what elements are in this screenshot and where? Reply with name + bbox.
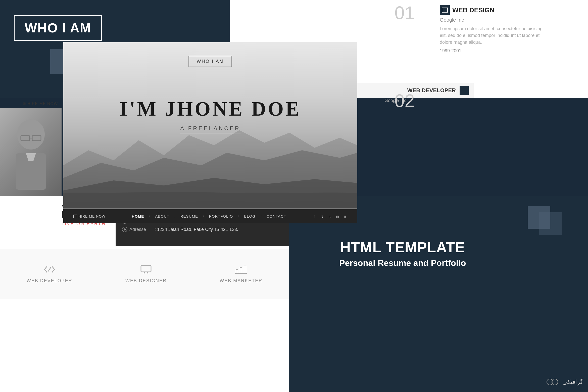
person-photo <box>0 108 62 196</box>
work-title-01: WEB DESIGN <box>452 6 495 14</box>
who-i-am-topleft-box: WHO I AM <box>14 15 102 41</box>
who-i-am-topleft-label: WHO I AM <box>25 21 91 35</box>
skill-item-marketer: WEB MARKETER <box>220 264 262 283</box>
svg-rect-7 <box>141 265 151 272</box>
nav-hire-btn[interactable]: HIRE ME NOW <box>73 214 105 218</box>
number-01: 01 <box>395 3 415 23</box>
nav-sep-5: / <box>261 214 262 218</box>
nav-sep-1: / <box>149 214 150 218</box>
brand-icon <box>545 377 560 387</box>
code-icon <box>43 264 56 274</box>
address-icon: ⊛ <box>122 227 127 232</box>
nav-link-contact[interactable]: CONTACT <box>267 214 286 218</box>
work-company-01: Google Inc <box>440 17 550 23</box>
svg-rect-11 <box>236 269 238 273</box>
hire-me-mid-label: ✉ HIRE ME NOW <box>22 101 58 106</box>
nav-sep-3: / <box>203 214 204 218</box>
svg-line-6 <box>48 267 51 271</box>
deco-square-4 <box>539 212 562 235</box>
main-heading-text: I'M JHONE DOE <box>120 98 301 120</box>
nav-link-portfolio[interactable]: PORTFOLIO <box>209 214 233 218</box>
brand-logo: گرافیکی <box>545 377 583 387</box>
work-dates-01: 1999-2001 <box>440 48 550 54</box>
skill-label-designer: WEB DESIGNER <box>125 278 167 283</box>
html-template-title: HTML TEMPLATE <box>339 239 466 256</box>
skill-item-developer: WEB DEVELOPER <box>27 264 72 283</box>
nav-sep-2: / <box>174 214 175 218</box>
main-heading: I'M JHONE DOE <box>120 97 301 120</box>
work-icon-01 <box>440 5 450 15</box>
nav-link-about[interactable]: ABOUT <box>155 214 169 218</box>
address-label: Adresse <box>129 227 155 232</box>
number-02: 02 <box>395 90 415 111</box>
social-g-icon[interactable]: 3 <box>320 214 325 219</box>
nav-link-home[interactable]: HOME <box>132 214 144 218</box>
nav-socials: f 3 t in g <box>313 214 347 219</box>
nav-links: HOME / ABOUT / RESUME / PORTFOLIO / BLOG… <box>132 214 286 218</box>
nav-link-resume[interactable]: RESUME <box>180 214 198 218</box>
html-template-section: HTML TEMPLATE Personal Resume and Portfo… <box>339 239 466 268</box>
address-value: : 1234 Jalan Road, Fake City, IS 421 123… <box>155 227 238 232</box>
nav-sep-4: / <box>238 214 239 218</box>
social-linkedin-icon[interactable]: in <box>335 214 340 219</box>
deco-squares-btmright <box>528 206 565 236</box>
svg-rect-13 <box>244 266 246 273</box>
svg-point-0 <box>17 119 45 150</box>
nav-hire-icon <box>73 215 77 218</box>
work-entry-01: WEB DESIGN Google Inc Lorem ipsum dolor … <box>440 5 550 54</box>
nav-hire-label: HIRE ME NOW <box>78 214 105 218</box>
monitor-icon <box>140 264 152 274</box>
skill-label-developer: WEB DEVELOPER <box>27 278 72 283</box>
skills-section: WEB DEVELOPER WEB DESIGNER WEB MARKETER <box>0 249 289 299</box>
social-twitter-icon[interactable]: t <box>328 214 332 219</box>
main-subtitle: A FREELANCER <box>180 125 240 134</box>
brand-logo-text: گرافیکی <box>562 378 583 385</box>
main-nav-bar: HIRE ME NOW HOME / ABOUT / RESUME / PORT… <box>63 209 357 223</box>
contact-item-address: ⊛ Adresse : 1234 Jalan Road, Fake City, … <box>122 227 283 232</box>
social-facebook-icon[interactable]: f <box>313 214 317 219</box>
nav-link-blog[interactable]: BLOG <box>244 214 256 218</box>
who-i-am-center-label: WHO I AM <box>197 59 224 64</box>
web-dev-icon <box>460 86 469 95</box>
html-template-subtitle: Personal Resume and Portfolio <box>339 258 466 268</box>
work-desc-01: Lorem ipsum dolor sit amet, consectetur … <box>440 25 550 46</box>
main-subtitle-text: A FREELANCER <box>180 125 240 131</box>
hire-me-mid-btn[interactable]: ✉ HIRE ME NOW <box>0 98 62 109</box>
skill-item-designer: WEB DESIGNER <box>125 264 167 283</box>
skill-label-marketer: WEB MARKETER <box>220 278 262 283</box>
social-instagram-icon[interactable]: g <box>343 214 347 219</box>
chart-icon <box>235 264 247 274</box>
person-silhouette <box>6 114 56 190</box>
svg-rect-12 <box>240 267 242 273</box>
person-photo-inner <box>0 108 62 196</box>
who-i-am-center-btn[interactable]: WHO I AM <box>189 56 232 67</box>
main-window: WHO I AM I'M JHONE DOE A FREELANCER HIRE… <box>63 42 357 223</box>
